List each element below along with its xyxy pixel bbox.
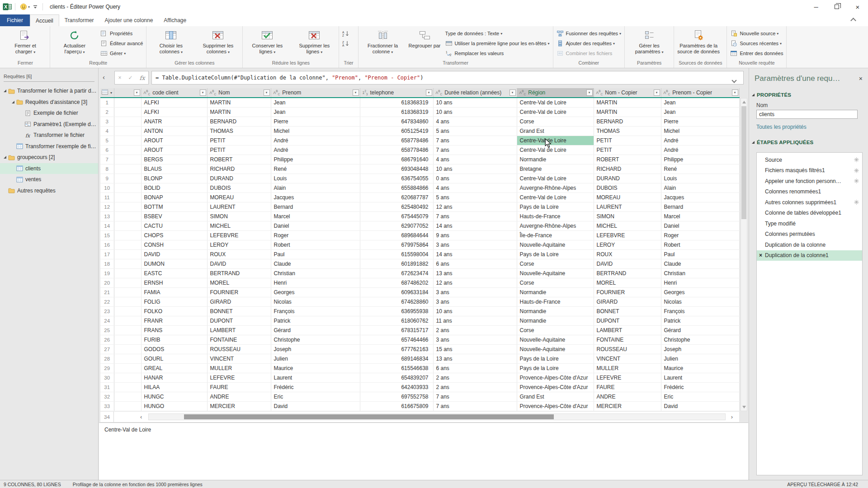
grid-cell[interactable]: MARTIN bbox=[594, 98, 661, 107]
row-number[interactable]: 10 bbox=[100, 183, 114, 192]
grid-cell[interactable]: Claude bbox=[661, 259, 739, 268]
grid-cell[interactable]: 625480492 bbox=[360, 202, 433, 211]
collapse-queries-pane-button[interactable]: ‹ bbox=[103, 74, 105, 80]
grid-cell[interactable]: Hauts-de-France bbox=[517, 211, 594, 221]
grid-cell[interactable]: ROBERT bbox=[594, 155, 661, 164]
grid-cell[interactable]: FONTAINE bbox=[594, 335, 661, 344]
row-number[interactable]: 7 bbox=[100, 155, 114, 164]
grid-cell[interactable]: 618060762 bbox=[360, 316, 433, 325]
grid-cell[interactable]: LAMBERT bbox=[594, 325, 661, 335]
grid-cell[interactable]: Provence-Alpes-Côte d'Azur bbox=[517, 401, 594, 411]
applied-step-colonnes-permutees[interactable]: Colonnes permutées bbox=[757, 229, 862, 240]
grid-cell[interactable]: FAURE bbox=[207, 382, 271, 392]
grid-cell[interactable]: ROUX bbox=[207, 249, 271, 259]
grid-cell[interactable]: 10 ans bbox=[433, 98, 517, 107]
grid-cell[interactable] bbox=[114, 382, 141, 392]
grid-cell[interactable] bbox=[114, 249, 141, 259]
grid-cell[interactable]: Alain bbox=[661, 183, 739, 192]
grid-cell[interactable]: ROUX bbox=[594, 249, 661, 259]
grid-cell[interactable] bbox=[114, 183, 141, 192]
grid-cell[interactable]: LAMBERT bbox=[207, 325, 271, 335]
grid-cell[interactable]: Pays de la Loire bbox=[517, 249, 594, 259]
grid-cell[interactable]: 3 ans bbox=[433, 240, 517, 249]
grid-cell[interactable]: 14 ans bbox=[433, 221, 517, 230]
applied-step-colonne-de-tables-developpee1[interactable]: Colonne de tables développée1 bbox=[757, 208, 862, 219]
grid-cell[interactable]: MERCIER bbox=[207, 401, 271, 411]
grid-cell[interactable]: MOREL bbox=[594, 278, 661, 287]
grid-cell[interactable]: 0 ans bbox=[433, 174, 517, 183]
grid-cell[interactable]: 618368319 bbox=[360, 107, 433, 117]
column-header-telephone[interactable]: 123telephone▾ bbox=[360, 88, 433, 98]
grid-cell[interactable]: LEFEVRE bbox=[207, 373, 271, 382]
grid-cell[interactable]: CHOPS bbox=[141, 230, 207, 240]
grid-cell[interactable]: Provence-Alpes-Côte d'Azur bbox=[517, 382, 594, 392]
grid-cell[interactable]: Frédéric bbox=[661, 382, 739, 392]
row-number[interactable]: 30 bbox=[100, 373, 114, 382]
grid-cell[interactable]: Michel bbox=[271, 126, 360, 136]
row-number[interactable]: 20 bbox=[100, 278, 114, 287]
status-profiling-info[interactable]: Profilage de la colonne en fonction des … bbox=[73, 482, 203, 487]
grid-cell[interactable]: SIMON bbox=[207, 211, 271, 221]
grid-cell[interactable] bbox=[114, 164, 141, 174]
tree-expander-icon[interactable] bbox=[4, 89, 6, 92]
vertical-scrollbar[interactable] bbox=[741, 98, 747, 411]
grid-cell[interactable]: 689684644 bbox=[360, 230, 433, 240]
grid-cell[interactable]: 13 ans bbox=[433, 354, 517, 363]
row-number[interactable]: 8 bbox=[100, 164, 114, 174]
grid-cell[interactable]: 3 ans bbox=[433, 297, 517, 306]
grid-cell[interactable]: Joseph bbox=[271, 344, 360, 354]
grid-cell[interactable]: Bernard bbox=[661, 202, 739, 211]
sidebar-item-exemple-de-fichier[interactable]: Exemple de fichier bbox=[0, 108, 98, 119]
grid-cell[interactable]: BLONP bbox=[141, 174, 207, 183]
grid-cell[interactable] bbox=[114, 259, 141, 268]
grid-cell[interactable]: 655884866 bbox=[360, 183, 433, 192]
grid-cell[interactable]: GIRARD bbox=[207, 297, 271, 306]
tab-accueil[interactable]: Accueil bbox=[30, 14, 59, 26]
grid-cell[interactable]: 3 ans bbox=[433, 287, 517, 297]
grid-cell[interactable]: MOREL bbox=[207, 278, 271, 287]
grid-cell[interactable]: 686791640 bbox=[360, 155, 433, 164]
column-header-prenom[interactable]: ABCPrenom▾ bbox=[271, 88, 360, 98]
grid-cell[interactable]: DAVID bbox=[207, 259, 271, 268]
ribbon-button-sort-ascending[interactable]: AZ bbox=[340, 28, 354, 38]
grid-cell[interactable]: THOMAS bbox=[594, 126, 661, 136]
ribbon-button-remplacer-les-valeurs[interactable]: 12Remplacer les valeurs bbox=[443, 48, 552, 58]
ribbon-button-type-de-donnees-texte[interactable]: Type de données : Texte▾ bbox=[443, 28, 552, 38]
customize-quick-access-button[interactable] bbox=[31, 4, 39, 9]
grid-cell[interactable]: 7 ans bbox=[433, 401, 517, 411]
grid-cell[interactable] bbox=[114, 316, 141, 325]
grid-cell[interactable]: GODOS bbox=[141, 344, 207, 354]
grid-cell[interactable]: LAURENT bbox=[207, 202, 271, 211]
grid-cell[interactable]: 3 ans bbox=[433, 335, 517, 344]
grid-cell[interactable]: Louis bbox=[661, 174, 739, 183]
grid-cell[interactable] bbox=[114, 107, 141, 117]
grid-cell[interactable]: 618368319 bbox=[360, 98, 433, 107]
grid-cell[interactable]: CONSH bbox=[141, 240, 207, 249]
ribbon-button-entrer-des-donnees[interactable]: Entrer des données bbox=[728, 48, 785, 58]
ribbon-button-editeur-avance[interactable]: Éditeur avancé bbox=[98, 38, 145, 48]
grid-cell[interactable]: Centre-Val de Loire bbox=[517, 107, 594, 117]
filter-dropdown-icon[interactable]: ▾ bbox=[426, 89, 432, 96]
grid-cell[interactable]: Paul bbox=[271, 249, 360, 259]
grid-cell[interactable]: Centre-Val de Loire bbox=[517, 98, 594, 107]
grid-cell[interactable]: 609633184 bbox=[360, 287, 433, 297]
grid-cell[interactable]: 693048448 bbox=[360, 164, 433, 174]
grid-cell[interactable]: André bbox=[661, 136, 739, 145]
grid-cell[interactable]: 675445079 bbox=[360, 211, 433, 221]
row-number[interactable]: 28 bbox=[100, 354, 114, 363]
grid-cell[interactable]: 4 ans bbox=[433, 183, 517, 192]
ribbon-button-regrouper-par[interactable]: Regrouper par bbox=[406, 27, 443, 49]
grid-cell[interactable]: LEROY bbox=[594, 240, 661, 249]
grid-cell[interactable]: David bbox=[271, 401, 360, 411]
tree-expander-icon[interactable] bbox=[4, 156, 6, 159]
grid-cell[interactable]: DUPONT bbox=[594, 316, 661, 325]
applied-step-appeler-une-fonction-personn[interactable]: Appeler une fonction personn… bbox=[757, 176, 862, 187]
grid-cell[interactable]: Jean bbox=[271, 107, 360, 117]
filter-dropdown-icon[interactable]: ▾ bbox=[264, 89, 270, 96]
grid-cell[interactable] bbox=[114, 335, 141, 344]
grid-cell[interactable] bbox=[114, 373, 141, 382]
query-name-input[interactable] bbox=[756, 110, 858, 119]
grid-cell[interactable]: André bbox=[661, 145, 739, 155]
horizontal-scrollbar-thumb[interactable] bbox=[184, 414, 554, 419]
grid-cell[interactable]: Nouvelle-Aquitaine bbox=[517, 344, 594, 354]
